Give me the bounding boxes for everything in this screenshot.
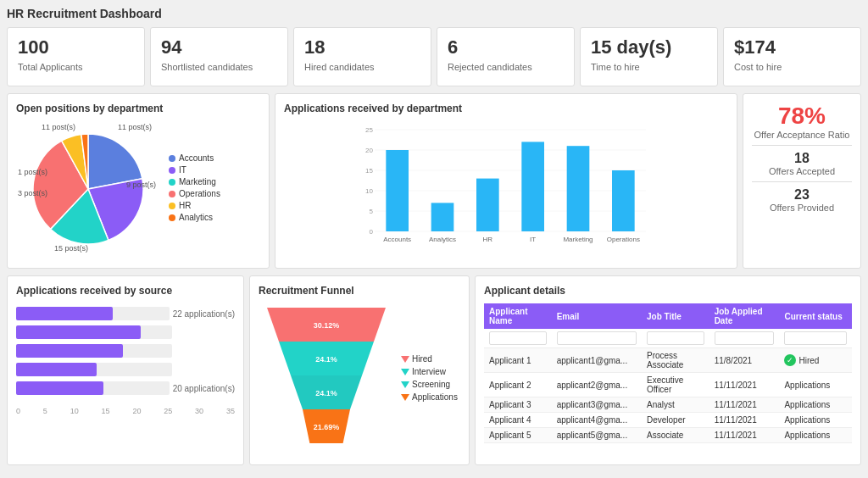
cell-3-3: 11/11/2021 — [709, 413, 780, 428]
filter-cell-2 — [642, 329, 709, 348]
svg-text:IT: IT — [530, 236, 536, 243]
svg-text:24.1%: 24.1% — [315, 389, 337, 397]
apps-by-dept-panel: Applications received by department 0510… — [275, 93, 737, 269]
legend-dot — [169, 155, 175, 162]
legend-item-marketing: Marketing — [169, 177, 220, 186]
filter-cell-4 — [779, 329, 852, 348]
source-bar-label: 20 application(s) — [173, 384, 235, 393]
source-title: Applications received by source — [16, 285, 235, 297]
pie-container: 11 post(s) 11 post(s) 1 post(s) 3 post(s… — [16, 121, 260, 257]
filter-input-1[interactable] — [557, 331, 637, 345]
col-header-job-applied-date: Job Applied Date — [709, 303, 780, 329]
pie-legend: AccountsITMarketingOperationsHRAnalytics — [169, 153, 220, 225]
filter-input-3[interactable] — [715, 331, 775, 345]
dept-bar-hr — [476, 179, 499, 231]
legend-item-it: IT — [169, 165, 220, 175]
funnel-legend-interview: Interview — [401, 367, 458, 376]
legend-item-accounts: Accounts — [169, 153, 220, 163]
cell-1-0: Applicant 2 — [484, 373, 552, 397]
col-header-current-status: Current status — [779, 303, 852, 329]
svg-text:0: 0 — [370, 228, 374, 236]
source-bar-bg — [16, 363, 172, 376]
open-positions-panel: Open positions by department 11 post(s) … — [7, 93, 270, 269]
cell-0-0: Applicant 1 — [484, 348, 552, 373]
svg-text:Analytics: Analytics — [429, 236, 456, 243]
apps-by-dept-title: Applications received by department — [284, 103, 728, 114]
source-bar-label: 22 application(s) — [173, 309, 235, 319]
svg-text:Operations: Operations — [607, 236, 640, 243]
legend-dot — [169, 179, 175, 186]
cell-4-1: applicant5@gma... — [552, 428, 642, 443]
source-bars: 22 application(s) 20 application(s) — [16, 303, 235, 403]
legend-dot — [169, 167, 175, 174]
funnel-container: 30.12%24.1%24.1%21.69% HiredInterviewScr… — [259, 303, 460, 456]
dept-bar-operations — [612, 170, 635, 231]
svg-text:24.1%: 24.1% — [315, 355, 337, 364]
status-hired: ✓Hired — [784, 354, 847, 366]
funnel-chart: 30.12%24.1%24.1%21.69% — [259, 303, 394, 456]
applicant-panel: Applicant details Applicant NameEmailJob… — [475, 275, 861, 465]
svg-text:Marketing: Marketing — [563, 236, 593, 243]
funnel-triangle — [401, 394, 409, 401]
legend-dot — [169, 214, 175, 221]
funnel-triangle — [401, 381, 409, 388]
kpi-card-4: 15 day(s)Time to hire — [580, 27, 718, 86]
offer-panel: 78% Offer Acceptance Ratio 18 Offers Acc… — [743, 93, 861, 269]
kpi-label: Time to hire — [591, 62, 707, 72]
kpi-card-2: 18Hired candidates — [293, 27, 431, 86]
source-bar-row-1 — [16, 325, 235, 339]
table-row: Applicant 3applicant3@gma...Analyst11/11… — [484, 397, 852, 413]
table-row: Applicant 1applicant1@gma...Process Asso… — [484, 348, 852, 373]
kpi-label: Shortlisted candidates — [161, 62, 277, 72]
source-bar-bg — [16, 325, 172, 339]
cell-2-3: 11/11/2021 — [709, 397, 780, 413]
offers-accepted-label: Offers Accepted — [752, 166, 852, 176]
svg-text:15: 15 — [365, 167, 373, 175]
kpi-card-0: 100Total Applicants — [7, 27, 145, 86]
cell-1-2: Executive Officer — [642, 373, 709, 397]
funnel-legend-screening: Screening — [401, 380, 458, 389]
legend-dot — [169, 203, 175, 209]
kpi-label: Total Applicants — [18, 62, 134, 72]
source-bar-row-3 — [16, 363, 235, 376]
kpi-value: 94 — [161, 36, 277, 58]
open-positions-title: Open positions by department — [16, 103, 260, 114]
funnel-triangle — [401, 356, 409, 363]
funnel-legend: HiredInterviewScreeningApplications — [401, 354, 458, 405]
cell-2-0: Applicant 3 — [484, 397, 552, 413]
kpi-label: Hired candidates — [304, 62, 420, 72]
svg-text:5: 5 — [370, 208, 374, 215]
dept-bar-marketing — [567, 146, 590, 231]
source-bar-row-2 — [16, 344, 235, 358]
svg-text:20: 20 — [365, 147, 373, 154]
kpi-value: 15 day(s) — [591, 36, 707, 58]
cell-4-3: 11/11/2021 — [709, 428, 780, 443]
svg-text:30.12%: 30.12% — [314, 321, 340, 330]
filter-input-0[interactable] — [489, 331, 547, 345]
filter-cell-0 — [484, 329, 552, 348]
source-bar-bg — [16, 307, 170, 320]
source-bar-row-0: 22 application(s) — [16, 307, 235, 320]
filter-input-2[interactable] — [647, 331, 704, 345]
mid-row: Open positions by department 11 post(s) … — [7, 93, 861, 269]
cell-2-2: Analyst — [642, 397, 709, 413]
legend-dot — [169, 191, 175, 197]
dept-bar-accounts — [386, 150, 409, 231]
status-cell-4: Applications — [779, 428, 852, 443]
kpi-row: 100Total Applicants94Shortlisted candida… — [7, 27, 861, 86]
funnel-title: Recruitment Funnel — [259, 285, 460, 297]
funnel-legend-applications: Applications — [401, 392, 458, 402]
svg-text:10: 10 — [365, 187, 373, 195]
source-bar-bg — [16, 381, 170, 395]
cell-1-3: 11/11/2021 — [709, 373, 780, 397]
kpi-label: Cost to hire — [734, 62, 850, 72]
dept-bar-chart: 0510152025AccountsAnalyticsHRITMarketing… — [284, 121, 728, 257]
cell-4-2: Associate — [642, 428, 709, 443]
filter-cell-3 — [709, 329, 780, 348]
filter-input-4[interactable] — [784, 331, 847, 345]
svg-text:HR: HR — [483, 236, 493, 243]
source-bar-fill — [16, 307, 113, 320]
dept-bar-it — [521, 142, 544, 231]
cell-2-1: applicant3@gma... — [552, 397, 642, 413]
filter-row — [484, 329, 852, 348]
